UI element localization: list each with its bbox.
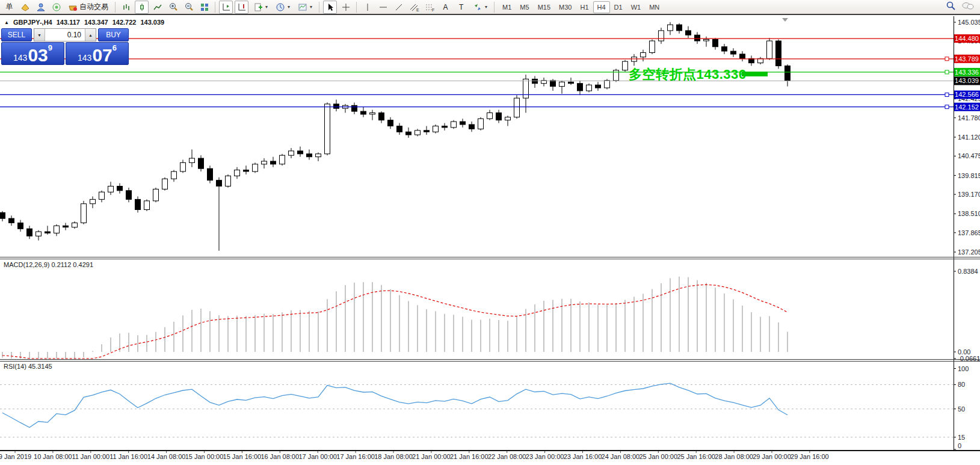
time-label: 25 Jan 16:00 bbox=[677, 453, 715, 460]
candle bbox=[235, 170, 240, 176]
periods-button[interactable]: ▾ bbox=[273, 1, 293, 14]
chat-icon[interactable] bbox=[962, 1, 974, 13]
chevron-down-icon: ▾ bbox=[265, 4, 268, 10]
svg-text:143.039: 143.039 bbox=[955, 77, 979, 84]
svg-text:15: 15 bbox=[958, 434, 965, 441]
profile-icon[interactable] bbox=[34, 1, 48, 14]
new-order-button[interactable]: 单 bbox=[2, 1, 16, 14]
sell-button[interactable]: SELL bbox=[1, 28, 32, 42]
volume-stepper: ▼ 0.10 ▲ bbox=[34, 28, 96, 42]
fibo-sub-label: F bbox=[432, 8, 434, 12]
timeframe-M1[interactable]: M1 bbox=[498, 1, 516, 13]
volume-decrease-button[interactable]: ▼ bbox=[34, 29, 45, 41]
zoom-in-icon[interactable] bbox=[166, 1, 180, 14]
candle bbox=[9, 218, 14, 223]
candle bbox=[45, 232, 51, 233]
text-tool-icon[interactable]: A bbox=[439, 1, 452, 14]
autotrading-label: 自动交易 bbox=[79, 2, 108, 12]
svg-text:142.152: 142.152 bbox=[955, 103, 979, 111]
svg-text:80: 80 bbox=[958, 381, 965, 388]
bar-chart-type-icon[interactable] bbox=[119, 1, 133, 14]
tile-windows-icon[interactable] bbox=[197, 1, 211, 14]
signal-icon[interactable] bbox=[49, 1, 63, 14]
candle bbox=[244, 170, 249, 171]
buy-price-pips: 07 bbox=[92, 47, 112, 63]
indicators-button[interactable]: ▾ bbox=[250, 1, 271, 14]
svg-text:141.120: 141.120 bbox=[958, 134, 980, 141]
trendline-tool-icon[interactable] bbox=[392, 1, 405, 14]
candlestick-chart-type-icon[interactable] bbox=[135, 1, 149, 14]
templates-button[interactable]: ▾ bbox=[295, 1, 315, 14]
candle bbox=[605, 81, 610, 88]
svg-text:141.780: 141.780 bbox=[958, 114, 980, 122]
time-label: 18 Jan 08:00 bbox=[374, 453, 413, 460]
timeframe-M5[interactable]: M5 bbox=[516, 1, 533, 13]
fibonacci-tool-icon[interactable]: F bbox=[423, 1, 437, 14]
line-chart-type-icon[interactable] bbox=[150, 1, 164, 14]
auto-scroll-icon[interactable] bbox=[235, 1, 248, 14]
svg-text:137.865: 137.865 bbox=[958, 229, 980, 236]
svg-text:0: 0 bbox=[958, 442, 961, 449]
timeframe-H4[interactable]: H4 bbox=[593, 1, 610, 13]
buy-price-box[interactable]: 143 07 6 bbox=[66, 42, 129, 65]
candle bbox=[126, 191, 132, 200]
timeframe-H1[interactable]: H1 bbox=[576, 1, 593, 13]
cursor-tool-icon[interactable] bbox=[323, 1, 337, 14]
time-label: 15 Jan 00:00 bbox=[185, 453, 224, 460]
volume-increase-button[interactable]: ▲ bbox=[85, 29, 96, 41]
candle bbox=[767, 41, 772, 58]
candle bbox=[352, 105, 357, 111]
time-label: 21 Jan 00:00 bbox=[412, 453, 451, 460]
chart-shift-icon[interactable] bbox=[219, 1, 233, 14]
price-chart[interactable]: 多空转折点143.336145.035144.390142.425141.780… bbox=[0, 0, 980, 465]
search-icon[interactable] bbox=[946, 1, 956, 13]
buy-price-point: 6 bbox=[112, 44, 117, 52]
candle bbox=[18, 223, 23, 229]
symbol-header[interactable]: ▲ GBPJPY-,H4 143.117 143.347 142.722 143… bbox=[4, 19, 164, 26]
autotrading-button[interactable]: 自动交易 bbox=[65, 1, 111, 14]
timeframe-D1[interactable]: D1 bbox=[610, 1, 627, 13]
candle bbox=[117, 186, 123, 191]
sell-price-box[interactable]: 143 03 9 bbox=[1, 42, 64, 65]
svg-text:143.789: 143.789 bbox=[955, 55, 979, 63]
timeframe-W1[interactable]: W1 bbox=[627, 1, 646, 13]
svg-text:0.8384: 0.8384 bbox=[958, 268, 978, 275]
gold-symbol-icon[interactable] bbox=[18, 1, 32, 14]
arrows-tool-icon[interactable]: ▾ bbox=[470, 1, 490, 14]
text-label-tool-icon[interactable]: T bbox=[454, 1, 468, 14]
timeframe-M30[interactable]: M30 bbox=[555, 1, 576, 13]
timeframe-MN[interactable]: MN bbox=[645, 1, 664, 13]
svg-text:140.475: 140.475 bbox=[958, 152, 980, 159]
time-axis[interactable]: 9 Jan 201910 Jan 08:0011 Jan 00:0011 Jan… bbox=[0, 451, 829, 460]
volume-input[interactable]: 0.10 bbox=[45, 29, 85, 41]
candle bbox=[190, 158, 195, 162]
main-toolbar: 单 自动交易 ▾ ▾ ▾ bbox=[0, 0, 980, 15]
time-label: 25 Jan 00:00 bbox=[639, 453, 677, 460]
candle bbox=[659, 31, 664, 41]
channel-tool-icon[interactable]: E bbox=[407, 1, 421, 14]
time-label: 24 Jan 08:00 bbox=[602, 453, 640, 460]
timeframe-M15[interactable]: M15 bbox=[534, 1, 555, 13]
candle bbox=[108, 186, 114, 192]
time-label: 14 Jan 08:00 bbox=[147, 453, 186, 460]
candle bbox=[388, 120, 393, 126]
horizontal-line-tool-icon[interactable] bbox=[376, 1, 390, 14]
toolbar-separator bbox=[115, 2, 116, 13]
candle bbox=[686, 31, 691, 35]
candle bbox=[460, 122, 466, 125]
candle bbox=[153, 189, 159, 201]
annotation-green-bar[interactable] bbox=[742, 72, 768, 76]
buy-button[interactable]: BUY bbox=[98, 28, 129, 42]
candle bbox=[578, 84, 583, 91]
time-label: 22 Jan 08:00 bbox=[488, 453, 526, 460]
vertical-line-tool-icon[interactable] bbox=[360, 1, 374, 14]
candle bbox=[298, 151, 303, 154]
candle bbox=[199, 158, 204, 168]
crosshair-tool-icon[interactable] bbox=[339, 1, 353, 14]
candle bbox=[523, 79, 529, 98]
candle bbox=[704, 40, 709, 41]
chevron-down-icon: ▾ bbox=[485, 4, 487, 10]
collapse-panel-icon[interactable]: ▲ bbox=[4, 20, 9, 25]
zoom-out-icon[interactable] bbox=[182, 1, 196, 14]
line-handle bbox=[945, 93, 949, 96]
